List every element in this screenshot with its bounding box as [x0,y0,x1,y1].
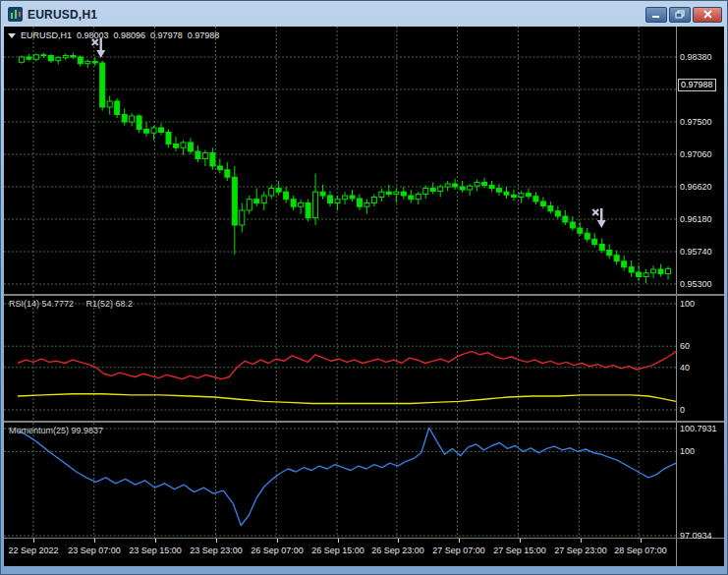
momentum-pane[interactable]: Momentum(25) 99.9837 [4,423,676,538]
symbol-dropdown-triangle-icon[interactable] [8,33,16,38]
momentum-line [18,428,676,525]
close-button[interactable] [693,7,722,23]
axis-label: 0.95300 [680,279,712,289]
time-tick [94,539,95,543]
chart-window: EURUSD,H1 E [0,0,728,575]
time-label: 22 Sep 2022 [8,546,58,555]
rsi-scale-axis[interactable]: 10060400 [676,296,724,421]
rsi-secondary-label: R1(52) 68.2 [86,299,134,309]
axis-label: 0.96180 [680,214,712,224]
time-label: 26 Sep 07:00 [251,546,304,555]
time-tick [581,539,582,543]
time-label: 28 Sep 07:00 [614,546,667,555]
axis-label: 0.97060 [680,149,712,159]
current-price-badge: 0.97988 [678,79,716,91]
momentum-scale-axis[interactable]: 100.793110097.0934 [676,423,724,538]
price-chart-pane[interactable]: EURUSD,H1 0.98003 0.98096 0.97978 0.9798… [4,27,676,294]
time-tick [398,539,399,543]
low-value: 0.97978 [150,30,183,40]
axis-label: 40 [680,363,690,373]
time-axis-corner [676,539,724,566]
rsi-line [18,352,676,379]
time-label: 26 Sep 23:00 [371,546,424,555]
time-tick [641,539,642,543]
axis-label: 0 [680,405,685,415]
open-value: 0.98003 [77,30,109,40]
rsi-value-label: RSI(14) 54.7772 [9,299,74,309]
time-tick [459,539,460,543]
time-label: 27 Sep 07:00 [432,546,485,555]
minimize-button[interactable] [645,7,667,23]
axis-label: 0.97500 [680,117,712,127]
rsi-label: RSI(14) 54.7772 R1(52) 68.2 [9,299,133,309]
time-label: 27 Sep 15:00 [493,546,546,555]
axis-label: 60 [680,341,690,351]
window-title: EURUSD,H1 [28,8,97,22]
time-label: 23 Sep 23:00 [190,546,243,555]
title-bar[interactable]: EURUSD,H1 [2,2,726,27]
axis-label: 0.95740 [680,247,712,257]
time-tick [216,539,217,543]
symbol-label: EURUSD,H1 [21,30,72,40]
restore-button[interactable] [669,7,691,23]
axis-label: 100 [680,446,695,456]
axis-label: 100.7931 [680,424,717,433]
time-axis[interactable]: 22 Sep 202223 Sep 07:0023 Sep 15:0023 Se… [4,539,676,566]
time-label: 23 Sep 15:00 [129,546,182,555]
minimize-icon [651,11,661,19]
ohlc-readout: EURUSD,H1 0.98003 0.98096 0.97978 0.9798… [8,30,224,40]
momentum-label: Momentum(25) 99.9837 [9,426,103,435]
momentum-value-label: Momentum(25) 99.9837 [9,426,103,435]
time-label: 26 Sep 15:00 [311,546,364,555]
high-value: 0.98096 [114,30,146,40]
close-icon [703,10,712,19]
sell-arrow-icon [592,208,605,228]
time-label: 23 Sep 07:00 [68,546,121,555]
time-tick [520,539,521,543]
time-tick [155,539,156,543]
axis-label: 0.98380 [680,52,712,62]
axis-label: 100 [680,299,695,309]
rsi-signal-line [18,394,676,404]
close-value: 0.97988 [188,30,220,40]
time-tick [277,539,278,543]
time-tick [338,539,339,543]
rsi-pane[interactable]: RSI(14) 54.7772 R1(52) 68.2 [4,296,676,421]
price-axis[interactable]: 0.983800.975000.970600.966200.961800.957… [676,27,724,294]
time-tick [33,539,34,543]
chart-window-icon [8,7,23,22]
time-label: 27 Sep 23:00 [554,546,607,555]
axis-label: 0.96620 [680,182,712,192]
window-controls [644,7,722,23]
restore-icon [675,10,685,19]
chart-client-area: EURUSD,H1 0.98003 0.98096 0.97978 0.9798… [4,27,724,566]
